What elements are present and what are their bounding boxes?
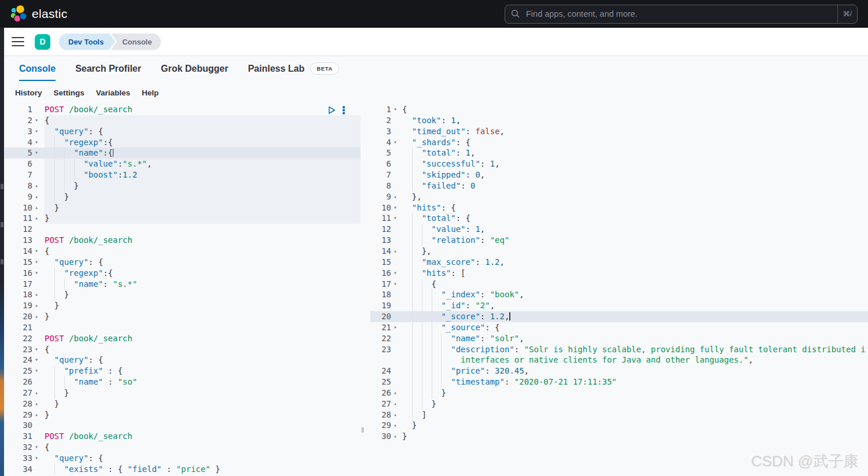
tab-grok-debugger[interactable]: Grok Debugger: [161, 56, 228, 81]
fold-toggle-icon[interactable]: ▴: [32, 388, 45, 398]
fold-toggle-icon[interactable]: ▴: [391, 191, 402, 202]
fold-toggle-icon[interactable]: ▾: [391, 322, 402, 333]
fold-toggle-icon[interactable]: ▾: [32, 268, 45, 279]
code-line[interactable]: "prefix" : {: [45, 366, 361, 377]
code-line[interactable]: "query": {: [45, 355, 361, 366]
code-row[interactable]: 21▾"_source": {: [370, 322, 868, 333]
fold-toggle-icon[interactable]: ▾: [32, 344, 45, 355]
code-row[interactable]: 25"timestamp": "2020-07-21 17:11:35": [370, 377, 868, 388]
code-line[interactable]: {: [45, 115, 361, 126]
fold-toggle-icon[interactable]: ▾: [391, 279, 402, 290]
code-row[interactable]: 2▾{: [5, 115, 361, 126]
code-row[interactable]: 24"price": 320.45,: [370, 366, 868, 377]
code-row[interactable]: 15"max_score": 1.2,: [370, 257, 868, 268]
fold-toggle-icon[interactable]: ▾: [32, 453, 45, 464]
fold-toggle-icon[interactable]: ▴: [391, 246, 402, 257]
code-row[interactable]: 10▾"hits": {: [370, 202, 868, 213]
code-line[interactable]: },: [402, 191, 868, 202]
fold-toggle-icon[interactable]: ▴: [32, 191, 45, 202]
code-row[interactable]: 8▴}: [5, 180, 361, 191]
request-editor[interactable]: 1POST /book/_search2▾{3▾"query": {4▾"reg…: [5, 104, 361, 476]
code-row[interactable]: interfaces or native clients for Java an…: [370, 355, 868, 366]
menu-help[interactable]: Help: [142, 88, 159, 97]
code-row[interactable]: 11▴}: [5, 213, 361, 224]
code-line[interactable]: "query": {: [45, 453, 361, 464]
code-row[interactable]: 17"name": "s.*": [5, 279, 361, 290]
code-line[interactable]: "_source": {: [402, 322, 868, 333]
code-row[interactable]: 20"_score": 1.2,: [370, 311, 868, 322]
code-row[interactable]: 9▴}: [5, 191, 361, 202]
code-line[interactable]: "_id": "2",: [402, 300, 868, 311]
menu-settings[interactable]: Settings: [54, 88, 84, 97]
code-line[interactable]: }: [402, 420, 868, 431]
code-line[interactable]: "description": "Solr is highly scalable,…: [402, 344, 868, 355]
fold-toggle-icon[interactable]: ▴: [391, 398, 402, 409]
menu-hamburger-icon[interactable]: [12, 37, 24, 47]
code-line[interactable]: "hits": [: [402, 268, 868, 279]
dev-tools-app-badge[interactable]: D: [35, 34, 50, 50]
code-line[interactable]: [45, 224, 361, 235]
fold-toggle-icon[interactable]: ▴: [32, 398, 45, 409]
code-line[interactable]: ]: [402, 409, 868, 420]
global-search[interactable]: ⌘/: [505, 5, 858, 24]
fold-toggle-icon[interactable]: ▾: [32, 442, 45, 453]
code-line[interactable]: "took": 1,: [402, 115, 868, 126]
code-row[interactable]: 5"total": 1,: [370, 147, 868, 158]
code-row[interactable]: 33▾"query": {: [5, 453, 361, 464]
code-row[interactable]: 19▴}: [5, 300, 361, 311]
code-line[interactable]: [45, 322, 361, 333]
code-row[interactable]: 19"_id": "2",: [370, 300, 868, 311]
code-row[interactable]: 24▾"query": {: [5, 355, 361, 366]
code-row[interactable]: 27▴}: [5, 388, 361, 398]
code-row[interactable]: 25▾"prefix" : {: [5, 366, 361, 377]
code-line[interactable]: }: [45, 289, 361, 300]
code-line[interactable]: }: [402, 431, 868, 442]
code-line[interactable]: "max_score": 1.2,: [402, 257, 868, 268]
menu-history[interactable]: History: [15, 88, 42, 97]
code-row[interactable]: 1▾{: [370, 104, 868, 115]
fold-toggle-icon[interactable]: ▾: [391, 268, 402, 279]
code-line[interactable]: "query": {: [45, 257, 361, 268]
menu-variables[interactable]: Variables: [96, 88, 130, 97]
code-row[interactable]: 7"skipped": 0,: [370, 169, 868, 180]
code-line[interactable]: "regexp":{: [45, 268, 361, 279]
fold-toggle-icon[interactable]: ▾: [32, 257, 45, 268]
code-line[interactable]: [45, 420, 361, 431]
code-line[interactable]: "_shards": {: [402, 137, 868, 148]
code-row[interactable]: 18▴}: [5, 289, 361, 300]
code-row[interactable]: 21: [5, 322, 361, 333]
code-line[interactable]: "price": 320.45,: [402, 366, 868, 377]
code-line[interactable]: }: [45, 202, 361, 213]
code-line[interactable]: "value":"s.*",: [45, 158, 361, 169]
code-row[interactable]: 1POST /book/_search: [5, 104, 361, 115]
code-line[interactable]: POST /book/_search: [45, 235, 361, 246]
code-line[interactable]: }: [45, 398, 361, 409]
fold-toggle-icon[interactable]: ▴: [32, 289, 45, 300]
breadcrumb-console[interactable]: Console: [111, 34, 161, 50]
fold-toggle-icon[interactable]: ▾: [32, 126, 45, 137]
code-line[interactable]: "relation": "eq": [402, 235, 868, 246]
code-line[interactable]: POST /book/_search: [45, 431, 361, 442]
fold-toggle-icon[interactable]: ▴: [32, 213, 45, 224]
code-row[interactable]: 23"description": "Solr is highly scalabl…: [370, 344, 868, 355]
code-line[interactable]: }: [45, 311, 361, 322]
code-row[interactable]: 29▴}: [5, 409, 361, 420]
code-row[interactable]: 8"failed": 0: [370, 180, 868, 191]
code-line[interactable]: "successful": 1,: [402, 158, 868, 169]
code-line[interactable]: "name":{: [45, 147, 361, 158]
code-row[interactable]: 30: [5, 420, 361, 431]
tab-painless-lab[interactable]: Painless Lab BETA: [248, 56, 339, 81]
code-row[interactable]: 14▴},: [370, 246, 868, 257]
code-row[interactable]: 31POST /book/_search: [5, 431, 361, 442]
send-request-button[interactable]: [328, 106, 336, 115]
fold-toggle-icon[interactable]: ▴: [391, 409, 402, 420]
code-row[interactable]: 4▾"regexp":{: [5, 137, 361, 148]
code-row[interactable]: 28▴}: [5, 398, 361, 409]
code-row[interactable]: 28▴]: [370, 409, 868, 420]
code-line[interactable]: "name": "s.*": [45, 279, 361, 290]
code-row[interactable]: 14▾{: [5, 246, 361, 257]
fold-toggle-icon[interactable]: ▴: [391, 431, 402, 442]
code-row[interactable]: 11▾"total": {: [370, 213, 868, 224]
code-line[interactable]: "total": {: [402, 213, 868, 224]
code-line[interactable]: "_score": 1.2,: [402, 311, 868, 322]
